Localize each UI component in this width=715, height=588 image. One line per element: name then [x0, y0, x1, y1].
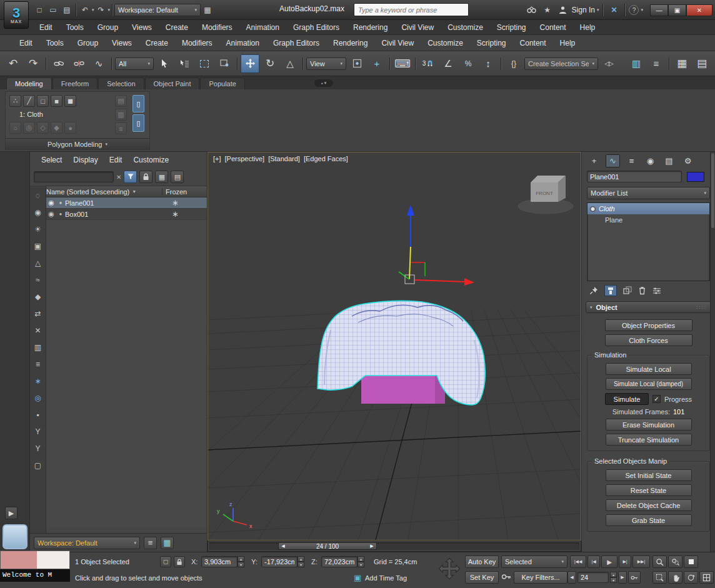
remove-modifier-icon[interactable] [638, 286, 646, 295]
next-frame-arrow-icon[interactable]: ▶ [368, 544, 376, 549]
modifier-stack-row-cloth[interactable]: Cloth [588, 203, 709, 214]
toggle-command-panel-icon[interactable]: ▯ [132, 95, 144, 112]
communication-center-icon[interactable] [525, 3, 539, 17]
loop-tool-icon[interactable]: ○ [9, 122, 21, 134]
select-and-move-icon[interactable] [241, 54, 259, 73]
se-stack-mode-icon[interactable]: ≡ [144, 537, 157, 549]
filter-containers-icon[interactable]: ▥ [34, 339, 41, 356]
viewport-canvas[interactable]: FRONT z x y [208, 152, 581, 540]
erase-simulation-button[interactable]: Erase Simulation [606, 419, 692, 431]
save-file-icon[interactable]: ▤ [60, 3, 74, 17]
shrink-selection-icon[interactable]: ◆ [51, 122, 62, 134]
menu2-content[interactable]: Content [513, 37, 553, 49]
viewport-menu-style[interactable]: [Standard] [268, 155, 300, 162]
y-coordinate-field[interactable] [261, 556, 298, 567]
preview-subobject-icon[interactable]: ▥ [115, 109, 127, 121]
pick-container-icon[interactable]: ▢ [34, 457, 41, 474]
visibility-eye-icon[interactable]: ◉ [46, 210, 56, 218]
truncate-simulation-button[interactable]: Truncate Simulation [606, 434, 692, 446]
hierarchy-tab-icon[interactable]: ≡ [624, 154, 639, 167]
menu1-create[interactable]: Create [159, 21, 195, 34]
toggle-layer-explorer-icon[interactable]: ≡ [647, 54, 666, 73]
welcome-window-title[interactable]: Welcome to M [0, 569, 70, 582]
auto-key-button[interactable]: Auto Key [465, 556, 499, 568]
key-filters-button[interactable]: Key Filters... [514, 571, 568, 584]
filter-shapes-icon[interactable]: △ [35, 254, 41, 271]
select-by-name-icon[interactable] [175, 54, 194, 73]
scene-explorer-empty-area[interactable] [46, 220, 207, 527]
preview-multi-icon[interactable]: ≡ [115, 122, 127, 134]
menu1-content[interactable]: Content [533, 21, 573, 34]
se-menu-display[interactable]: Display [68, 154, 102, 166]
unlink-selection-icon[interactable] [69, 54, 88, 73]
filter-spacewarps-icon[interactable]: ≈ [36, 271, 40, 288]
menu1-edit[interactable]: Edit [32, 21, 59, 34]
delete-object-cache-button[interactable]: Delete Object Cache [606, 499, 692, 511]
grab-state-button[interactable]: Grab State [606, 514, 692, 526]
table-row-plane001[interactable]: ◉ ● Plane001 ∗ [46, 197, 207, 209]
previous-frame-button[interactable]: ◀ [568, 571, 576, 584]
time-slider-handle[interactable]: ◀ 24 / 100 ▶ [278, 542, 377, 550]
menu2-group[interactable]: Group [71, 37, 105, 49]
viewport-menu-shading[interactable]: [Edged Faces] [304, 155, 348, 162]
rectangular-selection-region-icon[interactable] [195, 54, 214, 73]
menu2-graph-editors[interactable]: Graph Editors [266, 37, 326, 49]
modify-tab-icon[interactable]: ∿ [606, 154, 620, 167]
pin-stack-icon[interactable] [589, 286, 598, 295]
menu2-tools[interactable]: Tools [39, 37, 71, 49]
isolate-selection-icon[interactable]: ▢ [160, 556, 171, 567]
viewcube-front-face-label[interactable]: FRONT [536, 191, 553, 196]
play-animation-button[interactable]: ▶ [601, 556, 618, 568]
se-dock-mode-icon[interactable]: ▦ [161, 537, 174, 549]
box-object[interactable] [361, 372, 445, 404]
zoom-extents-icon[interactable] [684, 556, 698, 568]
keyboard-shortcut-override-icon[interactable]: ⌨ [393, 54, 412, 73]
open-file-icon[interactable]: ▭ [46, 3, 60, 17]
select-and-scale-icon[interactable]: △ [281, 54, 299, 73]
y-spinner-arrows[interactable]: ▴▾ [298, 556, 304, 567]
menu1-group[interactable]: Group [91, 21, 125, 34]
undo-scene-icon[interactable]: ↶ [4, 54, 22, 73]
mirror-icon[interactable]: ◁▷ [599, 54, 618, 73]
set-key-button[interactable]: Set Key [465, 571, 499, 584]
x-spinner-arrows[interactable]: ▴▾ [238, 556, 244, 567]
simulate-local-damped-button[interactable]: Simulate Local (damped) [606, 378, 692, 390]
bind-to-space-warp-icon[interactable]: ∿ [89, 54, 108, 73]
filter-funnel-icon[interactable]: Y [35, 423, 40, 440]
zoom-all-icon[interactable] [668, 556, 682, 568]
select-object-icon[interactable] [155, 54, 174, 73]
menu2-create[interactable]: Create [139, 37, 175, 49]
vertex-mode-icon[interactable]: ∴ [9, 95, 21, 107]
x-coordinate-spinner[interactable]: ▴▾ [201, 556, 244, 567]
menu2-customize[interactable]: Customize [421, 37, 470, 49]
se-clear-search-icon[interactable]: ✕ [116, 174, 121, 181]
scrollbar-thumb[interactable] [711, 153, 714, 228]
show-end-result-icon[interactable] [604, 285, 617, 296]
menu1-scripting[interactable]: Scripting [490, 21, 533, 34]
show-frozen-icon[interactable]: ∗ [34, 372, 41, 389]
filter-none-icon[interactable]: ◌ [36, 187, 40, 204]
select-and-link-icon[interactable] [49, 54, 68, 73]
element-mode-icon[interactable]: ◼ [64, 95, 76, 107]
workspace-grid-icon[interactable]: ▦ [201, 3, 214, 17]
percent-snap-icon[interactable]: % [459, 54, 478, 73]
menu1-tools[interactable]: Tools [59, 21, 91, 34]
close-button[interactable]: ✕ [686, 4, 712, 16]
menu1-animation[interactable]: Animation [239, 21, 286, 34]
set-initial-state-button[interactable]: Set Initial State [606, 469, 692, 481]
ribbon-tab-selection[interactable]: Selection [98, 77, 144, 89]
time-slider-track[interactable]: ◀ 24 / 100 ▶ [209, 542, 579, 550]
motion-tab-icon[interactable]: ◉ [643, 154, 658, 167]
border-mode-icon[interactable]: □ [37, 95, 49, 107]
menu1-graph-editors[interactable]: Graph Editors [286, 21, 346, 34]
se-workspace-selector[interactable]: Workspace: Default ▾ [34, 537, 140, 549]
configure-modifier-sets-icon[interactable] [652, 287, 661, 295]
sign-in-label[interactable]: Sign In [572, 6, 595, 14]
se-choose-columns-icon[interactable]: ▦ [155, 171, 168, 183]
z-coordinate-spinner[interactable]: ▴▾ [321, 556, 364, 567]
ribbon-tab-object-paint[interactable]: Object Paint [145, 77, 200, 89]
previous-frame-arrow-icon[interactable]: ◀ [279, 544, 288, 549]
orbit-icon[interactable] [684, 571, 698, 584]
edit-named-selection-sets-icon[interactable]: {} [504, 54, 523, 73]
modifier-list-dropdown[interactable]: Modifier List ▾ [587, 187, 710, 199]
